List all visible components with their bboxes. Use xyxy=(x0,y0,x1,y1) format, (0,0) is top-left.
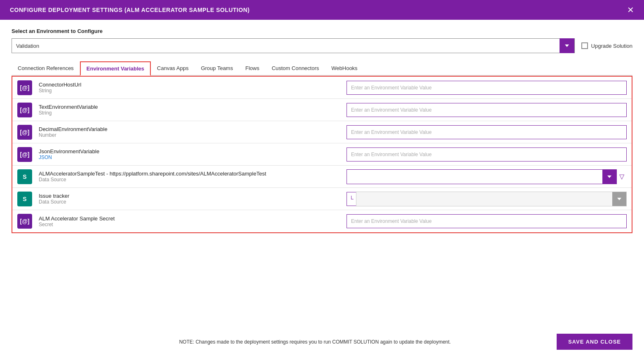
var-name: ALMAcceleratorSampleTest - https://pplat… xyxy=(39,171,340,177)
decimal-env-var-input[interactable] xyxy=(347,125,627,139)
var-type: Data Source xyxy=(39,177,340,183)
var-input-area xyxy=(347,81,627,95)
var-input-area xyxy=(347,214,627,228)
footer: NOTE: Changes made to the deployment set… xyxy=(12,327,632,350)
var-name: ALM Accelerator Sample Secret xyxy=(39,215,340,222)
var-input-area xyxy=(347,147,627,161)
var-icon-json-env-var: [@] xyxy=(17,147,32,162)
var-input-area xyxy=(347,103,627,117)
upgrade-solution-label: Upgrade Solution xyxy=(591,43,632,49)
var-icon-connector-host-url: [@] xyxy=(17,80,32,95)
var-info-alm-test: ALMAcceleratorSampleTest - https://pplat… xyxy=(39,171,340,183)
var-info-sample-secret: ALM Accelerator Sample Secret Secret xyxy=(39,215,340,227)
var-type: JSON xyxy=(39,154,340,160)
var-icon-decimal-env-var: [@] xyxy=(17,125,32,140)
env-select-label: Select an Environment to Configure xyxy=(12,28,632,34)
issue-tracker-prefix: └ xyxy=(347,192,356,206)
alm-test-dropdown-input[interactable] xyxy=(347,170,602,184)
env-select-row: Validation Upgrade Solution xyxy=(12,38,632,53)
tab-canvas-apps[interactable]: Canvas Apps xyxy=(151,61,195,76)
alm-test-filter-button[interactable]: ▽ xyxy=(617,173,627,180)
upgrade-solution-checkbox[interactable] xyxy=(581,42,588,49)
var-type: Secret xyxy=(39,222,340,227)
text-env-var-input[interactable] xyxy=(347,103,627,117)
chevron-down-icon xyxy=(607,175,611,178)
var-input-area-dropdown: ▽ xyxy=(347,169,627,184)
var-name: TextEnvironmentVariable xyxy=(39,104,340,110)
table-row: [@] JsonEnvironmentVariable JSON xyxy=(12,143,632,166)
tab-connection-references[interactable]: Connection References xyxy=(12,61,80,76)
tab-custom-connectors[interactable]: Custom Connectors xyxy=(265,61,325,76)
upgrade-solution-row: Upgrade Solution xyxy=(581,42,632,49)
var-icon-issue-tracker: S xyxy=(17,192,32,206)
var-name: Issue tracker xyxy=(39,193,340,199)
issue-tracker-input-wrapper xyxy=(356,192,627,206)
table-row: [@] ALM Accelerator Sample Secret Secret xyxy=(12,210,632,232)
modal-body: Select an Environment to Configure Valid… xyxy=(0,20,644,358)
table-row: [@] DecimalEnvironmentVariable Number xyxy=(12,121,632,143)
env-dropdown-button[interactable] xyxy=(560,38,574,53)
var-icon-sample-secret: [@] xyxy=(17,214,32,229)
close-button[interactable]: ✕ xyxy=(627,6,634,14)
alm-test-dropdown-button[interactable] xyxy=(602,170,616,184)
tab-webhooks[interactable]: WebHooks xyxy=(325,61,363,76)
issue-tracker-dropdown-button[interactable] xyxy=(612,192,626,206)
variables-container: [@] ConnectorHostUrl String [@] TextEnvi… xyxy=(12,76,632,233)
chevron-down-icon xyxy=(565,44,569,47)
table-row: [@] TextEnvironmentVariable String xyxy=(12,99,632,121)
issue-tracker-input[interactable] xyxy=(356,192,612,206)
save-and-close-button[interactable]: SAVE AND CLOSE xyxy=(557,334,632,350)
var-info-json-env-var: JsonEnvironmentVariable JSON xyxy=(39,148,340,160)
tabs-row: Connection References Environment Variab… xyxy=(12,61,632,76)
var-icon-alm-test: S xyxy=(17,169,32,184)
tab-environment-variables[interactable]: Environment Variables xyxy=(80,61,151,76)
table-row: [@] ConnectorHostUrl String xyxy=(12,77,632,99)
var-icon-text-env-var: [@] xyxy=(17,103,32,117)
var-input-area xyxy=(347,125,627,139)
modal-header: CONFIGURE DEPLOYMENT SETTINGS (ALM Accel… xyxy=(0,0,644,20)
env-dropdown[interactable]: Validation xyxy=(12,38,575,53)
env-dropdown-value: Validation xyxy=(12,43,560,49)
chevron-down-icon xyxy=(617,198,621,200)
var-info-text-env-var: TextEnvironmentVariable String xyxy=(39,104,340,116)
var-type: Number xyxy=(39,132,340,138)
connector-host-url-input[interactable] xyxy=(347,81,627,95)
var-type: String xyxy=(39,88,340,94)
json-env-var-input[interactable] xyxy=(347,147,627,161)
var-name: DecimalEnvironmentVariable xyxy=(39,126,340,132)
var-name: ConnectorHostUrl xyxy=(39,82,340,88)
var-info-issue-tracker: Issue tracker Data Source xyxy=(39,193,340,205)
tab-flows[interactable]: Flows xyxy=(239,61,265,76)
table-row: S ALMAcceleratorSampleTest - https://ppl… xyxy=(12,166,632,188)
issue-tracker-input-area: └ xyxy=(347,192,627,206)
var-info-decimal-env-var: DecimalEnvironmentVariable Number xyxy=(39,126,340,138)
dropdown-input-wrapper xyxy=(347,169,617,184)
footer-note: NOTE: Changes made to the deployment set… xyxy=(73,339,557,345)
modal-title: CONFIGURE DEPLOYMENT SETTINGS (ALM Accel… xyxy=(10,7,250,13)
table-row: S Issue tracker Data Source └ xyxy=(12,188,632,210)
tab-group-teams[interactable]: Group Teams xyxy=(195,61,239,76)
var-name: JsonEnvironmentVariable xyxy=(39,148,340,154)
sample-secret-input[interactable] xyxy=(347,214,627,228)
var-info-connector-host-url: ConnectorHostUrl String xyxy=(39,82,340,94)
var-type: Data Source xyxy=(39,199,340,205)
var-type: String xyxy=(39,110,340,116)
